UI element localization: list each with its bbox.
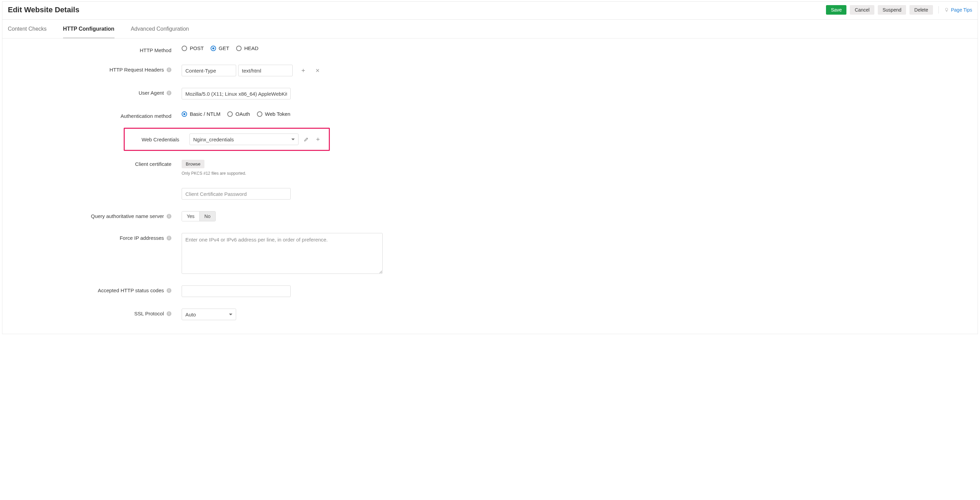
page-header: Edit Website Details Save Cancel Suspend… [2,2,978,20]
tab-advanced-configuration[interactable]: Advanced Configuration [131,22,189,38]
radio-label: POST [190,45,204,51]
radio-icon [181,46,187,51]
header-value-input[interactable] [238,65,293,76]
plus-icon [315,137,321,142]
radio-label: OAuth [235,111,250,117]
row-request-headers: HTTP Request Headers i [8,65,972,76]
ssl-protocol-label: SSL Protocol [134,311,164,316]
row-accepted-codes: Accepted HTTP status codes i [8,286,972,297]
close-icon [315,68,320,73]
suspend-button[interactable]: Suspend [878,5,906,15]
force-ip-label: Force IP addresses [119,235,164,241]
radio-label: Web Token [265,111,291,117]
radio-icon [236,46,242,51]
radio-label: Basic / NTLM [190,111,221,117]
user-agent-label: User Agent [139,90,164,96]
caret-down-icon [229,314,232,315]
ssl-protocol-value: Auto [185,312,196,317]
tab-content-checks[interactable]: Content Checks [8,22,47,38]
caret-down-icon [291,139,295,140]
auth-webtoken[interactable]: Web Token [257,111,291,117]
request-headers-label: HTTP Request Headers [110,67,164,73]
divider [939,6,939,14]
tab-bar: Content Checks HTTP Configuration Advanc… [2,22,978,38]
row-force-ip: Force IP addresses i [8,233,972,274]
row-user-agent: User Agent i [8,88,972,100]
row-ssl-protocol: SSL Protocol i Auto [8,309,972,320]
edit-credentials-button[interactable] [302,136,310,143]
radio-icon [211,46,216,51]
user-agent-input[interactable] [181,88,291,100]
web-credentials-highlight: Web Credentials Nginx_credentials [124,128,330,151]
page-title: Edit Website Details [8,5,80,14]
tab-http-configuration[interactable]: HTTP Configuration [63,22,115,38]
info-icon: i [167,288,172,293]
page-frame: Edit Website Details Save Cancel Suspend… [2,2,978,334]
web-credentials-value: Nginx_credentials [193,137,234,142]
toggle-no[interactable]: No [199,211,215,221]
radio-icon [227,111,233,117]
auth-oauth[interactable]: OAuth [227,111,250,117]
browse-button[interactable]: Browse [181,160,204,168]
pencil-icon [304,137,309,142]
query-auth-ns-toggle: Yes No [181,211,216,221]
row-client-certificate: Client certificate Browse Only PKCS #12 … [8,160,972,200]
info-icon: i [167,90,172,95]
cancel-button[interactable]: Cancel [850,5,874,15]
info-icon: i [167,214,172,219]
row-web-credentials: Web Credentials Nginx_credentials [8,128,972,151]
client-cert-password-input[interactable] [181,188,291,200]
auth-method-label: Authentication method [121,113,172,119]
header-actions: Save Cancel Suspend Delete Page Tips [826,5,972,15]
add-header-button[interactable] [299,67,307,74]
header-key-input[interactable] [181,65,236,76]
page-tips-link[interactable]: Page Tips [944,7,972,13]
row-http-method: HTTP Method POST GET HEAD [8,45,972,53]
accepted-codes-input[interactable] [181,286,291,297]
toggle-yes[interactable]: Yes [182,211,199,221]
http-method-head[interactable]: HEAD [236,45,259,51]
auth-basic[interactable]: Basic / NTLM [181,111,221,117]
accepted-codes-label: Accepted HTTP status codes [98,287,164,293]
radio-label: GET [219,45,229,51]
remove-header-button[interactable] [314,67,321,74]
row-auth-method: Authentication method Basic / NTLM OAuth… [8,111,972,119]
info-icon: i [167,67,172,72]
row-query-auth-ns: Query authoritative name server i Yes No [8,211,972,221]
form-area: HTTP Method POST GET HEAD [2,38,978,334]
ssl-protocol-select[interactable]: Auto [181,309,236,320]
delete-button[interactable]: Delete [910,5,932,15]
client-cert-hint: Only PKCS #12 files are supported. [181,171,246,176]
info-icon: i [167,311,172,316]
force-ip-textarea[interactable] [181,233,383,274]
plus-icon [301,68,306,73]
save-button[interactable]: Save [826,5,846,15]
web-credentials-label: Web Credentials [142,137,179,142]
query-auth-ns-label: Query authoritative name server [91,213,164,219]
client-cert-label: Client certificate [135,161,172,167]
http-method-post[interactable]: POST [181,45,204,51]
page-tips-label: Page Tips [951,7,972,13]
info-icon: i [167,236,172,240]
web-credentials-select[interactable]: Nginx_credentials [189,133,299,145]
radio-icon [257,111,262,117]
radio-label: HEAD [244,45,259,51]
lightbulb-icon [944,8,949,12]
add-credentials-button[interactable] [314,136,322,143]
radio-icon [181,111,187,117]
http-method-label: HTTP Method [140,48,172,53]
http-method-get[interactable]: GET [211,45,229,51]
